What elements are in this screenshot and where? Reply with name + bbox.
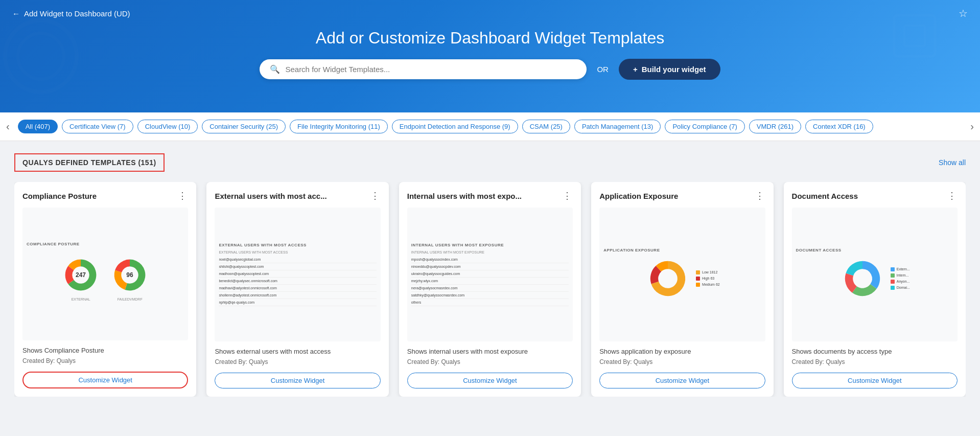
search-row: 🔍 OR + Build your widget [0,59,980,94]
search-icon: 🔍 [270,64,280,74]
card-title: External users with most acc... [215,192,326,200]
card-creator: Created By: Qualys [407,358,573,365]
filter-tab-2[interactable]: CloudView (10) [137,120,198,133]
card-description: Shows internal users with most exposure [407,348,573,355]
filter-tab-5[interactable]: Endpoint Detection and Response (9) [392,120,518,133]
filter-tab-0[interactable]: All (407) [18,120,58,133]
favorite-icon[interactable]: ☆ [959,7,968,19]
card-header: External users with most acc... ⋮ [215,190,380,201]
svg-text:247: 247 [76,271,86,279]
widget-card-0: Compliance Posture ⋮ COMPLIANCE POSTURE … [14,182,196,397]
or-divider: OR [597,65,609,74]
filter-tab-10[interactable]: Context XDR (16) [805,120,873,133]
card-description: Shows documents by access type [792,348,958,355]
filter-tab-3[interactable]: Container Security (25) [202,120,286,133]
card-preview: INTERNAL USERS WITH MOST EXPOSURE INTERN… [407,208,573,341]
main-content: QUALYS DEFINED TEMPLATES (151) Show all … [0,141,980,409]
back-button[interactable]: ← Add Widget to Dashboard (UD) [12,9,130,18]
back-button-label: Add Widget to Dashboard (UD) [24,9,130,18]
card-creator: Created By: Qualys [22,357,188,364]
show-all-link[interactable]: Show all [939,158,966,167]
card-description: Shows Compliance Posture [22,347,188,354]
card-preview: EXTERNAL USERS WITH MOST ACCESS EXTERNAL… [215,208,380,341]
card-preview: COMPLIANCE POSTURE 247 EXTERNAL 96 FAILE… [22,208,188,340]
customize-widget-button[interactable]: Customize Widget [215,373,380,388]
cards-row: Compliance Posture ⋮ COMPLIANCE POSTURE … [14,182,966,397]
build-widget-label: Build your widget [642,65,706,74]
card-title: Document Access [792,192,858,200]
filter-bar: ‹ All (407)Certificate View (7)CloudView… [0,112,980,141]
customize-widget-button[interactable]: Customize Widget [407,373,573,388]
card-title: Internal users with most expo... [407,192,522,200]
card-header: Document Access ⋮ [792,190,958,201]
card-header: Internal users with most expo... ⋮ [407,190,573,201]
page-title: Add or Customize Dashboard Widget Templa… [0,19,980,59]
filter-tab-6[interactable]: CSAM (25) [522,120,570,133]
card-menu-button[interactable]: ⋮ [178,190,188,201]
card-creator: Created By: Qualys [792,358,958,365]
cards-outer: Compliance Posture ⋮ COMPLIANCE POSTURE … [14,182,966,397]
card-menu-button[interactable]: ⋮ [947,190,958,201]
svg-text:96: 96 [127,271,134,279]
card-header: Application Exposure ⋮ [599,190,765,201]
widget-card-1: External users with most acc... ⋮ EXTERN… [206,182,388,397]
filter-next-button[interactable]: › [964,121,980,132]
header-top-bar: ← Add Widget to Dashboard (UD) ☆ [0,0,980,19]
widget-card-3: Application Exposure ⋮ APPLICATION EXPOS… [591,182,773,397]
filter-tab-7[interactable]: Patch Management (13) [574,120,661,133]
customize-widget-button[interactable]: Customize Widget [599,373,765,388]
filter-tab-1[interactable]: Certificate View (7) [62,120,133,133]
widget-card-2: Internal users with most expo... ⋮ INTER… [399,182,581,397]
back-arrow-icon: ← [12,9,20,18]
customize-widget-button[interactable]: Customize Widget [22,372,188,388]
search-input[interactable] [285,65,576,74]
card-title: Compliance Posture [22,192,97,200]
widget-card-4: Document Access ⋮ DOCUMENT ACCESS Extern… [784,182,966,397]
filter-tab-4[interactable]: File Integrity Monitoring (11) [290,120,388,133]
filter-tab-8[interactable]: Policy Compliance (7) [665,120,744,133]
search-box: 🔍 [260,59,587,79]
customize-widget-button[interactable]: Customize Widget [792,373,958,388]
build-widget-button[interactable]: + Build your widget [619,59,720,80]
filter-prev-button[interactable]: ‹ [0,121,16,132]
card-preview: APPLICATION EXPOSURE Low 1812High 63Medi… [599,208,765,341]
section-header: QUALYS DEFINED TEMPLATES (151) Show all [14,153,966,172]
filter-tabs-container: All (407)Certificate View (7)CloudView (… [16,120,965,133]
card-description: Shows external users with most access [215,348,380,355]
card-creator: Created By: Qualys [599,358,765,365]
card-creator: Created By: Qualys [215,358,380,365]
filter-tab-9[interactable]: VMDR (261) [749,120,801,133]
card-menu-button[interactable]: ⋮ [755,190,765,201]
card-menu-button[interactable]: ⋮ [563,190,573,201]
card-preview: DOCUMENT ACCESS Extern...Intern...Anyon.… [792,208,958,341]
card-header: Compliance Posture ⋮ [22,190,188,201]
section-title: QUALYS DEFINED TEMPLATES (151) [14,153,165,172]
header: ← Add Widget to Dashboard (UD) ☆ Add or … [0,0,980,112]
card-title: Application Exposure [599,192,678,200]
card-description: Shows application by exposure [599,348,765,355]
plus-icon: + [633,65,638,74]
card-menu-button[interactable]: ⋮ [370,190,381,201]
